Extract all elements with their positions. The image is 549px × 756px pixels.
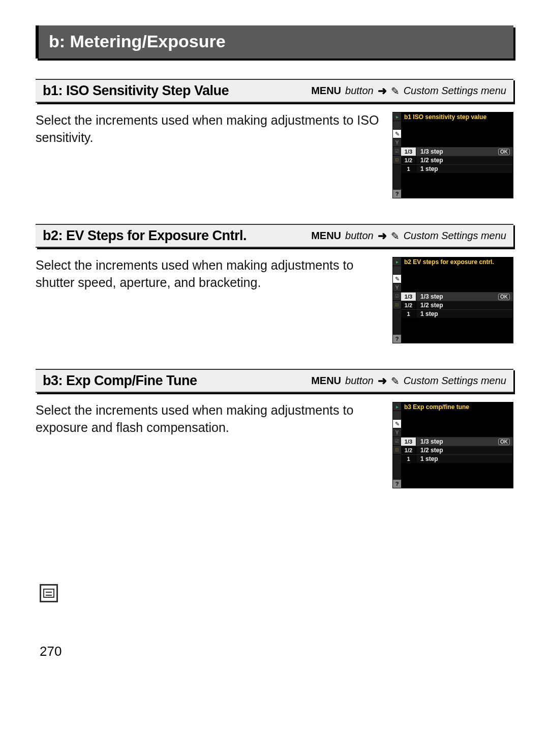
item-desc-b2: Select the increments used when making a… — [36, 257, 382, 292]
arrow-icon: ➜ — [378, 374, 387, 388]
item-body-b1: Select the increments used when making a… — [36, 112, 513, 198]
pencil-icon: ✎ — [391, 230, 400, 242]
lcd-row-label: 1/3 step — [416, 438, 498, 445]
lcd-heading-text: ISO sensitivity step value — [413, 113, 486, 121]
nav-path: MENU button ➜ ✎ Custom Settings menu — [311, 374, 506, 388]
lcd-tab-blank — [393, 266, 401, 275]
lcd-tab-retouch-icon — [393, 437, 401, 446]
lcd-row-fraction: 1/2 — [401, 301, 416, 309]
item-title-b3: b3: Exp Comp/Fine Tune — [43, 373, 197, 389]
lcd-tab-retouch-icon — [393, 147, 401, 156]
arrow-icon: ➜ — [378, 229, 387, 243]
item-desc-b3: Select the increments used when making a… — [36, 402, 382, 437]
lcd-tab-retouch-icon — [393, 292, 401, 301]
lcd-tab-pencil-icon — [393, 420, 401, 428]
lcd-row-label: 1/3 step — [416, 293, 498, 300]
lcd-heading-text: EV steps for exposure cntrl. — [413, 258, 494, 266]
lcd-tab-mymenu-icon — [393, 301, 401, 309]
lcd-tab-mymenu-icon — [393, 156, 401, 164]
lcd-tab-pencil-icon — [393, 130, 401, 138]
lcd-row-fraction: 1/2 — [401, 446, 416, 454]
lcd-heading-text: Exp comp/fine tune — [413, 403, 469, 411]
lcd-heading-code: b1 — [404, 113, 411, 121]
page-number: 270 — [40, 644, 62, 659]
item-header-b2: b2: EV Steps for Exposure Cntrl. MENU bu… — [36, 224, 513, 248]
lcd-tab-pencil-icon — [393, 275, 401, 283]
lcd-row-label: 1 step — [416, 165, 513, 172]
menu-button-label: MENU — [311, 85, 341, 97]
item-title-b2: b2: EV Steps for Exposure Cntrl. — [43, 228, 247, 244]
menu-button-label: MENU — [311, 230, 341, 242]
nav-dest: Custom Settings menu — [404, 230, 506, 242]
button-word: button — [345, 85, 374, 97]
lcd-tab-play-icon — [393, 112, 401, 121]
lcd-tab-setup-icon — [393, 283, 401, 292]
button-word: button — [345, 375, 374, 387]
lcd-title: b3 Exp comp/fine tune — [404, 403, 469, 411]
ok-icon: OK — [498, 439, 510, 445]
lcd-rows: 1/3 1/3 step OK 1/2 1/2 step 1 1 step — [401, 292, 513, 318]
lcd-row: 1/2 1/2 step — [401, 301, 513, 309]
lcd-row-label: 1/3 step — [416, 148, 498, 155]
lcd-tab-play-icon — [393, 402, 401, 411]
lcd-row-fraction: 1/2 — [401, 156, 416, 164]
camera-lcd-b2: ? b2 EV steps for exposure cntrl. 1/3 1/… — [392, 257, 513, 343]
section-title: b: Metering/Exposure — [49, 32, 226, 51]
lcd-row-fraction: 1 — [401, 310, 416, 318]
lcd-row-fraction: 1 — [401, 165, 416, 173]
lcd-row-selected: 1/3 1/3 step OK — [401, 292, 513, 301]
lcd-heading-code: b3 — [404, 403, 411, 411]
lcd-title: b2 EV steps for exposure cntrl. — [404, 258, 494, 266]
ok-icon: OK — [498, 294, 510, 300]
lcd-tab-setup-icon — [393, 428, 401, 437]
lcd-tab-blank — [393, 411, 401, 420]
lcd-row-label: 1/2 step — [416, 157, 513, 164]
pencil-icon: ✎ — [391, 375, 400, 387]
camera-lcd-b3: ? b3 Exp comp/fine tune 1/3 1/3 step OK … — [392, 402, 513, 488]
lcd-rows: 1/3 1/3 step OK 1/2 1/2 step 1 1 step — [401, 147, 513, 173]
pencil-icon: ✎ — [391, 85, 400, 97]
lcd-row-fraction: 1 — [401, 455, 416, 463]
lcd-title: b1 ISO sensitivity step value — [404, 113, 486, 121]
lcd-row-selected: 1/3 1/3 step OK — [401, 147, 513, 156]
nav-path: MENU button ➜ ✎ Custom Settings menu — [311, 229, 506, 243]
lcd-row-label: 1/2 step — [416, 302, 513, 309]
nav-dest: Custom Settings menu — [404, 85, 506, 97]
nav-path: MENU button ➜ ✎ Custom Settings menu — [311, 84, 506, 98]
lcd-sidebar: ? — [393, 257, 401, 343]
lcd-tab-mymenu-icon — [393, 446, 401, 454]
lcd-row-fraction: 1/3 — [401, 293, 416, 301]
lcd-heading-code: b2 — [404, 258, 411, 266]
lcd-tab-play-icon — [393, 257, 401, 266]
lcd-row: 1 1 step — [401, 164, 513, 173]
manual-page: b: Metering/Exposure b1: ISO Sensitivity… — [0, 0, 549, 488]
lcd-row-label: 1 step — [416, 310, 513, 317]
lcd-row-selected: 1/3 1/3 step OK — [401, 437, 513, 446]
section-header: b: Metering/Exposure — [36, 25, 513, 59]
lcd-help-icon: ? — [393, 190, 401, 198]
button-word: button — [345, 230, 374, 242]
menu-button-label: MENU — [311, 375, 341, 387]
item-header-b3: b3: Exp Comp/Fine Tune MENU button ➜ ✎ C… — [36, 369, 513, 393]
lcd-row-label: 1/2 step — [416, 447, 513, 454]
lcd-row-fraction: 1/3 — [401, 148, 416, 156]
lcd-row-fraction: 1/3 — [401, 438, 416, 446]
camera-lcd-b1: ? b1 ISO sensitivity step value 1/3 1/3 … — [392, 112, 513, 198]
item-body-b2: Select the increments used when making a… — [36, 257, 513, 343]
menu-list-icon — [40, 584, 58, 602]
lcd-sidebar: ? — [393, 402, 401, 488]
ok-icon: OK — [498, 149, 510, 155]
item-desc-b1: Select the increments used when making a… — [36, 112, 382, 147]
lcd-row: 1 1 step — [401, 309, 513, 318]
lcd-sidebar: ? — [393, 112, 401, 198]
item-body-b3: Select the increments used when making a… — [36, 402, 513, 488]
lcd-row-label: 1 step — [416, 455, 513, 462]
lcd-help-icon: ? — [393, 480, 401, 488]
lcd-rows: 1/3 1/3 step OK 1/2 1/2 step 1 1 step — [401, 437, 513, 463]
lcd-row: 1 1 step — [401, 454, 513, 463]
item-title-b1: b1: ISO Sensitivity Step Value — [43, 83, 229, 99]
lcd-tab-blank — [393, 121, 401, 130]
item-header-b1: b1: ISO Sensitivity Step Value MENU butt… — [36, 79, 513, 103]
arrow-icon: ➜ — [378, 84, 387, 98]
lcd-row: 1/2 1/2 step — [401, 156, 513, 164]
